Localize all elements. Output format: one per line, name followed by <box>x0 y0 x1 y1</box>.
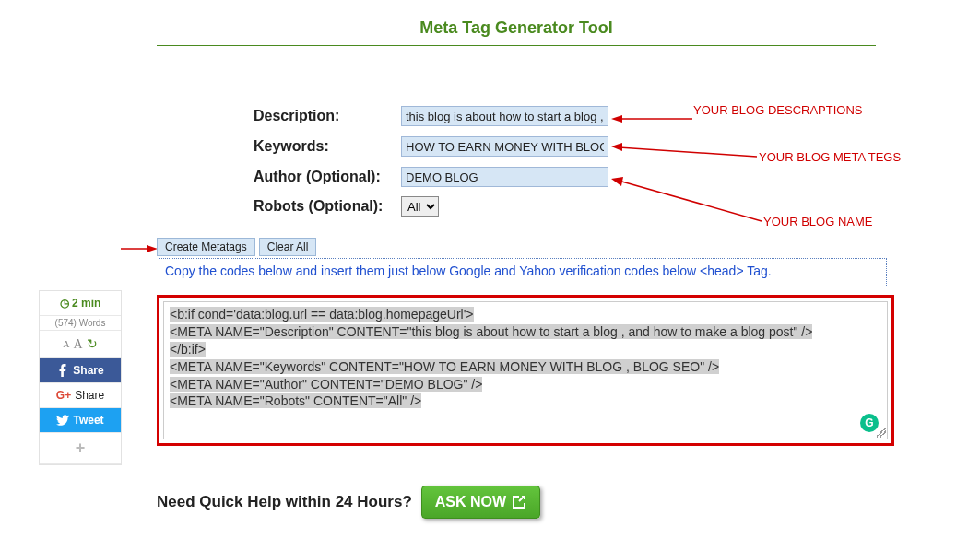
font-size-controls[interactable]: A A ↻ <box>40 331 121 358</box>
select-robots[interactable]: All <box>401 196 439 217</box>
input-author[interactable] <box>401 167 608 187</box>
annotation-name: YOUR BLOG NAME <box>763 215 872 228</box>
clock-icon: ◷ <box>60 297 69 310</box>
input-keywords[interactable] <box>401 136 608 157</box>
twitter-icon <box>56 414 69 427</box>
page-title: Meta Tag Generator Tool <box>157 18 876 46</box>
ask-now-label: ASK NOW <box>435 494 506 510</box>
help-row: Need Quick Help within 24 Hours? ASK NOW <box>157 486 540 519</box>
twitter-tweet-button[interactable]: Tweet <box>40 408 121 433</box>
plus-icon: + <box>76 439 86 458</box>
label-author: Author (Optional): <box>254 169 401 185</box>
arrow-icon <box>121 240 158 257</box>
clear-all-button[interactable]: Clear All <box>259 238 317 256</box>
label-description: Description: <box>254 108 401 124</box>
row-robots: Robots (Optional): All <box>254 196 439 217</box>
svg-marker-1 <box>611 115 622 123</box>
arrow-icon <box>611 111 694 127</box>
svg-marker-3 <box>611 143 622 151</box>
google-plus-share-button[interactable]: G+ Share <box>40 383 121 408</box>
arrow-icon <box>611 177 763 228</box>
row-keywords: Keywords: <box>254 136 608 157</box>
font-small-icon[interactable]: A <box>63 339 69 349</box>
annotation-description: YOUR BLOG DESCRAPTIONS <box>693 103 862 117</box>
facebook-icon <box>56 364 69 377</box>
output-textarea[interactable]: <b:if cond='data:blog.url == data:blog.h… <box>163 301 888 439</box>
output-box: <b:if cond='data:blog.url == data:blog.h… <box>157 295 894 446</box>
input-description[interactable] <box>401 106 608 126</box>
help-text: Need Quick Help within 24 Hours? <box>157 493 412 511</box>
ask-now-button[interactable]: ASK NOW <box>421 486 540 519</box>
button-row: Create Metatags Clear All <box>157 238 316 256</box>
instruction-text: Copy the codes below and insert them jus… <box>159 258 887 287</box>
reading-time: ◷ 2 min <box>40 291 121 316</box>
label-keywords: Keywords: <box>254 138 401 155</box>
add-share-button[interactable]: + <box>40 433 121 464</box>
svg-marker-5 <box>611 177 623 186</box>
annotation-tags: YOUR BLOG META TEGS <box>759 150 901 164</box>
refresh-icon[interactable]: ↻ <box>87 336 98 352</box>
external-link-icon <box>512 495 526 510</box>
label-robots: Robots (Optional): <box>254 198 401 215</box>
facebook-share-button[interactable]: Share <box>40 358 121 383</box>
arrow-icon <box>611 143 759 165</box>
svg-line-2 <box>619 147 757 157</box>
row-description: Description: <box>254 106 608 126</box>
resize-handle-icon[interactable] <box>877 428 886 438</box>
row-author: Author (Optional): <box>254 167 608 187</box>
grammarly-icon[interactable]: G <box>860 414 879 432</box>
font-large-icon[interactable]: A <box>74 337 83 352</box>
svg-line-4 <box>619 181 762 221</box>
google-plus-icon: G+ <box>56 389 71 402</box>
share-sidebar: ◷ 2 min (574) Words A A ↻ Share G+ Share… <box>39 290 122 465</box>
create-metatags-button[interactable]: Create Metatags <box>157 238 255 256</box>
word-count: (574) Words <box>40 316 121 331</box>
